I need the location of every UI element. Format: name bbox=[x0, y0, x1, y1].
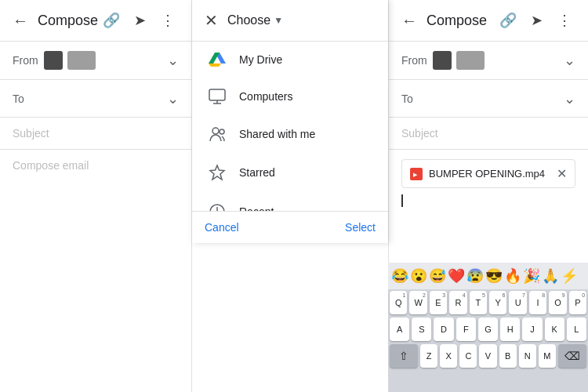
key-M[interactable]: M bbox=[539, 344, 556, 368]
emoji-sweat[interactable]: 😅 bbox=[429, 267, 446, 285]
compose-body[interactable]: Compose email bbox=[0, 150, 191, 181]
emoji-wow[interactable]: 😮 bbox=[410, 267, 427, 285]
right-back-icon[interactable]: ← bbox=[401, 12, 417, 30]
key-H[interactable]: H bbox=[500, 318, 520, 341]
key-N[interactable]: N bbox=[519, 344, 536, 368]
key-P[interactable]: P0 bbox=[569, 291, 586, 314]
emoji-scared[interactable]: 😰 bbox=[466, 267, 484, 285]
right-to-field[interactable]: To ⌄ bbox=[389, 80, 588, 118]
from-label: From bbox=[13, 54, 44, 67]
right-from-field: From ⌄ bbox=[389, 42, 588, 80]
cancel-button[interactable]: Cancel bbox=[205, 221, 239, 234]
avatar2 bbox=[67, 51, 96, 70]
drive-item-label: My Drive bbox=[239, 53, 282, 66]
drive-chooser-panel: ✕ Choose ▼ My Drive Computers bbox=[192, 0, 388, 243]
key-S[interactable]: S bbox=[412, 318, 431, 341]
shared-icon bbox=[208, 126, 227, 142]
back-icon[interactable]: ← bbox=[13, 12, 28, 30]
svg-marker-8 bbox=[210, 165, 224, 180]
drive-item-starred[interactable]: Starred bbox=[192, 153, 388, 192]
svg-marker-2 bbox=[209, 64, 221, 67]
right-subject-field[interactable]: Subject bbox=[389, 118, 588, 150]
key-B[interactable]: B bbox=[499, 344, 517, 368]
cursor-bar bbox=[401, 194, 403, 207]
emoji-laugh[interactable]: 😂 bbox=[391, 267, 408, 285]
more-icon[interactable]: ⋮ bbox=[157, 9, 179, 31]
from-chevron-icon[interactable]: ⌄ bbox=[167, 52, 179, 69]
key-O[interactable]: O9 bbox=[549, 291, 566, 314]
computer-icon bbox=[208, 89, 227, 104]
right-from-label: From bbox=[401, 54, 433, 67]
emoji-cool[interactable]: 😎 bbox=[485, 267, 503, 285]
key-G[interactable]: G bbox=[478, 318, 498, 341]
key-X[interactable]: X bbox=[440, 344, 457, 368]
chooser-title: Choose bbox=[227, 13, 270, 27]
key-A[interactable]: A bbox=[390, 318, 409, 341]
key-J[interactable]: J bbox=[522, 318, 542, 341]
emoji-party[interactable]: 🎉 bbox=[523, 267, 540, 285]
drive-item-my-drive[interactable]: My Drive bbox=[192, 42, 388, 78]
to-label: To bbox=[13, 93, 44, 105]
right-from-chevron-icon[interactable]: ⌄ bbox=[564, 52, 575, 69]
emoji-lightning[interactable]: ⚡ bbox=[561, 267, 578, 285]
left-header: ← Compose 🔗 ➤ ⋮ bbox=[0, 0, 191, 42]
key-row-1: Q1 W2 E3 R4 T5 Y6 U7 I8 O9 P0 bbox=[390, 291, 586, 314]
drive-icon bbox=[208, 53, 227, 67]
chooser-footer: Cancel Select bbox=[192, 211, 388, 243]
emoji-heart[interactable]: ❤️ bbox=[448, 267, 465, 285]
from-field: From ⌄ bbox=[0, 42, 191, 80]
to-chevron-icon[interactable]: ⌄ bbox=[167, 90, 179, 107]
overlay bbox=[192, 243, 388, 392]
keyboard: 😂 😮 😅 ❤️ 😰 😎 🔥 🎉 🙏 ⚡ Q1 W2 E3 R4 T5 Y6 U… bbox=[388, 263, 588, 392]
key-D[interactable]: D bbox=[434, 318, 453, 341]
right-send-icon[interactable]: ➤ bbox=[525, 9, 547, 31]
starred-item-label: Starred bbox=[239, 166, 275, 179]
link-icon[interactable]: 🔗 bbox=[100, 9, 122, 31]
drive-item-shared[interactable]: Shared with me bbox=[192, 115, 388, 153]
key-row-2: A S D F G H J K L bbox=[390, 318, 586, 341]
key-C[interactable]: C bbox=[459, 344, 477, 368]
right-avatar bbox=[433, 51, 452, 70]
key-W[interactable]: W2 bbox=[409, 291, 426, 314]
svg-point-6 bbox=[212, 128, 219, 134]
key-R[interactable]: R4 bbox=[449, 291, 466, 314]
attachment-bar: ▶ BUMPER OPENING.mp4 ✕ bbox=[401, 159, 575, 188]
key-Y[interactable]: Y6 bbox=[489, 291, 506, 314]
subject-field[interactable]: Subject bbox=[0, 118, 191, 150]
key-K[interactable]: K bbox=[545, 318, 564, 341]
body-placeholder: Compose email bbox=[13, 159, 89, 172]
key-U[interactable]: U7 bbox=[509, 291, 526, 314]
to-field[interactable]: To ⌄ bbox=[0, 80, 191, 118]
key-E[interactable]: E3 bbox=[430, 291, 447, 314]
drive-item-computers[interactable]: Computers bbox=[192, 78, 388, 115]
emoji-pray[interactable]: 🙏 bbox=[542, 267, 559, 285]
svg-marker-1 bbox=[209, 53, 220, 64]
attachment-file-icon: ▶ bbox=[410, 168, 423, 180]
shift-key[interactable]: ⇧ bbox=[390, 344, 418, 368]
right-to-label: To bbox=[401, 93, 433, 105]
emoji-fire[interactable]: 🔥 bbox=[504, 267, 521, 285]
key-Q[interactable]: Q1 bbox=[390, 291, 407, 314]
key-F[interactable]: F bbox=[456, 318, 476, 341]
text-cursor bbox=[401, 194, 575, 207]
right-to-chevron-icon[interactable]: ⌄ bbox=[564, 90, 575, 107]
close-icon[interactable]: ✕ bbox=[205, 11, 218, 30]
svg-rect-3 bbox=[209, 89, 225, 100]
chooser-header: ✕ Choose ▼ bbox=[192, 0, 388, 42]
svg-point-7 bbox=[220, 129, 224, 134]
shared-item-label: Shared with me bbox=[239, 128, 315, 140]
key-V[interactable]: V bbox=[479, 344, 496, 368]
right-link-icon[interactable]: 🔗 bbox=[497, 9, 519, 31]
delete-key[interactable]: ⌫ bbox=[558, 344, 586, 368]
right-header: ← Compose 🔗 ➤ ⋮ bbox=[389, 0, 588, 42]
emoji-row: 😂 😮 😅 ❤️ 😰 😎 🔥 🎉 🙏 ⚡ bbox=[388, 263, 588, 289]
key-L[interactable]: L bbox=[567, 318, 586, 341]
send-icon[interactable]: ➤ bbox=[129, 9, 151, 31]
right-more-icon[interactable]: ⋮ bbox=[554, 9, 575, 31]
key-T[interactable]: T5 bbox=[470, 291, 487, 314]
key-I[interactable]: I8 bbox=[529, 291, 546, 314]
select-button[interactable]: Select bbox=[345, 221, 376, 234]
left-compose-panel: ← Compose 🔗 ➤ ⋮ From ⌄ To ⌄ Subject Comp… bbox=[0, 0, 192, 392]
key-Z[interactable]: Z bbox=[420, 344, 437, 368]
attachment-close-icon[interactable]: ✕ bbox=[557, 166, 567, 181]
